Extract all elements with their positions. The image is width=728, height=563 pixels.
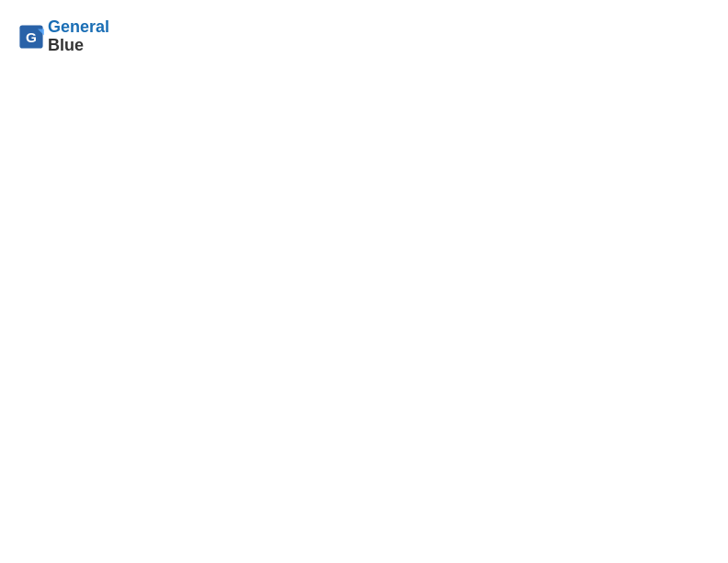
logo-icon: G: [18, 24, 44, 50]
svg-text:G: G: [26, 29, 37, 44]
page-header: G GeneralBlue: [18, 18, 710, 55]
logo: G GeneralBlue: [18, 18, 109, 55]
logo-text: GeneralBlue: [48, 18, 109, 55]
